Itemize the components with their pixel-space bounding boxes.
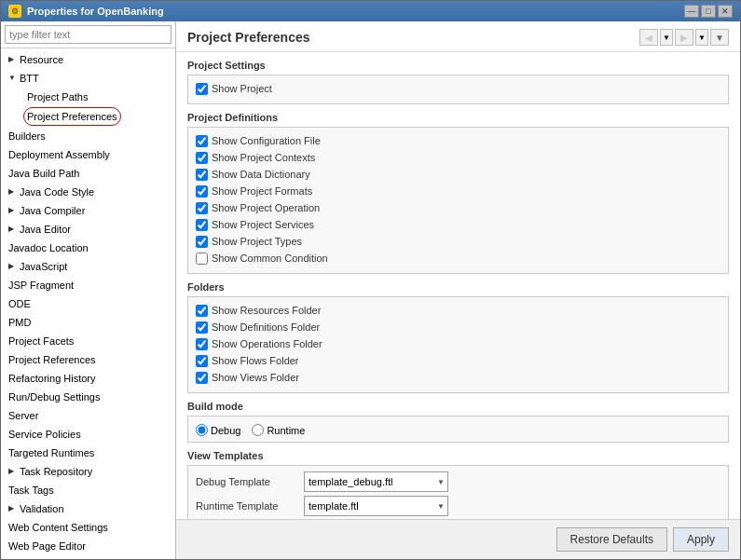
sidebar-item-targeted-runtimes[interactable]: Targeted Runtimes <box>1 444 175 462</box>
sidebar-item-resource[interactable]: ▶ Resource <box>1 50 175 69</box>
sidebar-item-label: Web Page Editor <box>8 540 86 552</box>
sidebar-item-service-policies[interactable]: Service Policies <box>1 425 175 444</box>
show-project-services-checkbox[interactable] <box>196 219 208 231</box>
sidebar-item-project-paths[interactable]: Project Paths <box>1 88 175 106</box>
sidebar-item-btt[interactable]: ▼ BTT <box>1 69 175 88</box>
restore-defaults-button[interactable]: Restore Defaults <box>556 527 667 552</box>
sidebar-item-project-references[interactable]: Project References <box>1 350 175 369</box>
apply-button[interactable]: Apply <box>673 527 729 552</box>
sidebar-item-validation[interactable]: ▶ Validation <box>1 499 175 518</box>
sidebar-item-server[interactable]: Server <box>1 406 175 425</box>
show-common-condition-checkbox[interactable] <box>196 253 208 265</box>
folders-body: Show Resources Folder Show Definitions F… <box>187 296 729 393</box>
show-project-types-checkbox[interactable] <box>196 236 208 248</box>
build-runtime-radio[interactable] <box>252 424 264 436</box>
sidebar-item-label: Refactoring History <box>8 373 96 384</box>
arrow-icon: ▶ <box>8 221 18 238</box>
sidebar-item-refactoring-history[interactable]: Refactoring History <box>1 369 175 388</box>
sidebar-item-label: Run/Debug Settings <box>8 391 100 403</box>
checkbox-row-show-project: Show Project <box>196 81 720 96</box>
show-operations-folder-checkbox[interactable] <box>196 338 208 350</box>
sidebar-item-label: Resource <box>20 51 63 68</box>
sidebar-item-project-facets[interactable]: Project Facets <box>1 332 175 350</box>
sidebar-item-jsp-fragment[interactable]: JSP Fragment <box>1 276 175 294</box>
debug-template-select[interactable]: template_debug.ftl template.ftl <box>304 471 448 492</box>
sidebar-item-java-compiler[interactable]: ▶ Java Compiler <box>1 201 175 220</box>
runtime-template-label: Runtime Template <box>196 500 298 512</box>
checkbox-row-show-project-services: Show Project Services <box>196 217 720 232</box>
view-templates-title: View Templates <box>187 450 729 461</box>
nav-back-dropdown[interactable]: ▼ <box>660 29 673 46</box>
main-panel: Project Preferences ◀ ▼ ▶ ▼ ▼ Project Se… <box>176 21 740 559</box>
sidebar-item-label: Java Build Path <box>8 168 79 179</box>
checkbox-row-show-data-dictionary: Show Data Dictionary <box>196 167 720 182</box>
build-debug-radio[interactable] <box>196 424 208 436</box>
sidebar-item-label: Project Paths <box>27 91 88 102</box>
content-area: ▶ Resource ▼ BTT Project Paths Project P… <box>1 21 740 559</box>
sidebar-item-web-project-settings[interactable]: Web Project Settings <box>1 555 175 559</box>
sidebar-item-label: ODE <box>8 298 31 309</box>
sidebar-item-java-build-path[interactable]: Java Build Path <box>1 164 175 183</box>
sidebar-item-builders[interactable]: Builders <box>1 127 175 145</box>
sidebar-item-task-repository[interactable]: ▶ Task Repository <box>1 462 175 481</box>
nav-forward-button[interactable]: ▶ <box>675 29 693 46</box>
show-resources-folder-label: Show Resources Folder <box>212 303 321 318</box>
project-settings-section: Project Settings Show Project <box>187 60 729 104</box>
runtime-template-row: Runtime Template template.ftl template_d… <box>196 496 720 516</box>
show-flows-folder-checkbox[interactable] <box>196 355 208 367</box>
arrow-icon: ▶ <box>8 500 18 517</box>
checkbox-row-show-project-contexts: Show Project Contexts <box>196 150 720 165</box>
sidebar-item-label: Targeted Runtimes <box>8 447 94 458</box>
build-mode-debug-option: Debug <box>196 424 240 436</box>
nav-back-button[interactable]: ◀ <box>639 29 658 46</box>
show-config-file-checkbox[interactable] <box>196 135 208 147</box>
close-button[interactable]: ✕ <box>718 5 733 18</box>
show-project-operation-checkbox[interactable] <box>196 202 208 214</box>
project-definitions-section: Project Definitions Show Configuration F… <box>187 112 729 274</box>
arrow-icon: ▶ <box>8 258 18 275</box>
nav-forward-dropdown[interactable]: ▼ <box>695 29 708 46</box>
checkbox-row-show-project-types: Show Project Types <box>196 234 720 249</box>
show-resources-folder-checkbox[interactable] <box>196 305 208 317</box>
show-definitions-folder-checkbox[interactable] <box>196 321 208 334</box>
folders-title: Folders <box>187 281 729 293</box>
show-project-contexts-label: Show Project Contexts <box>212 150 315 165</box>
sidebar-item-web-content-settings[interactable]: Web Content Settings <box>1 518 175 537</box>
nav-menu-button[interactable]: ▼ <box>710 29 729 46</box>
show-project-checkbox[interactable] <box>196 83 208 95</box>
show-project-contexts-checkbox[interactable] <box>196 152 208 164</box>
sidebar-item-javadoc-location[interactable]: Javadoc Location <box>1 239 175 257</box>
show-views-folder-checkbox[interactable] <box>196 372 208 384</box>
footer: Restore Defaults Apply <box>176 519 740 559</box>
sidebar-item-run-debug-settings[interactable]: Run/Debug Settings <box>1 388 175 406</box>
filter-input[interactable] <box>5 25 172 44</box>
nav-arrows: ◀ ▼ ▶ ▼ ▼ <box>639 29 729 46</box>
sidebar-item-label: Server <box>8 410 38 421</box>
main-content: Project Settings Show Project Project De… <box>176 52 740 519</box>
sidebar-item-pmd[interactable]: PMD <box>1 313 175 332</box>
sidebar-item-ode[interactable]: ODE <box>1 294 175 313</box>
checkbox-row-show-common-condition: Show Common Condition <box>196 251 720 266</box>
debug-template-label: Debug Template <box>196 476 298 487</box>
show-config-file-label: Show Configuration File <box>212 133 321 148</box>
show-project-formats-checkbox[interactable] <box>196 185 208 198</box>
sidebar-item-javascript[interactable]: ▶ JavaScript <box>1 257 175 276</box>
show-data-dictionary-checkbox[interactable] <box>196 169 208 181</box>
minimize-button[interactable]: — <box>684 5 699 18</box>
show-project-types-label: Show Project Types <box>212 234 302 249</box>
sidebar-item-java-code-style[interactable]: ▶ Java Code Style <box>1 183 175 201</box>
sidebar-item-task-tags[interactable]: Task Tags <box>1 481 175 499</box>
sidebar-item-label: Java Editor <box>20 221 71 238</box>
runtime-template-select[interactable]: template.ftl template_debug.ftl <box>304 496 448 516</box>
sidebar-item-web-page-editor[interactable]: Web Page Editor <box>1 537 175 555</box>
sidebar-item-label: PMD <box>8 317 31 328</box>
show-data-dictionary-label: Show Data Dictionary <box>212 167 310 182</box>
window-icon: ⚙ <box>8 5 21 18</box>
sidebar-item-java-editor[interactable]: ▶ Java Editor <box>1 220 175 239</box>
sidebar-item-deployment-assembly[interactable]: Deployment Assembly <box>1 145 175 164</box>
sidebar-item-label: Project References <box>8 354 96 365</box>
maximize-button[interactable]: □ <box>701 5 716 18</box>
sidebar-item-project-preferences[interactable]: Project Preferences <box>1 106 175 127</box>
arrow-icon: ▶ <box>8 202 18 219</box>
checkbox-row-show-operations-folder: Show Operations Folder <box>196 336 720 351</box>
